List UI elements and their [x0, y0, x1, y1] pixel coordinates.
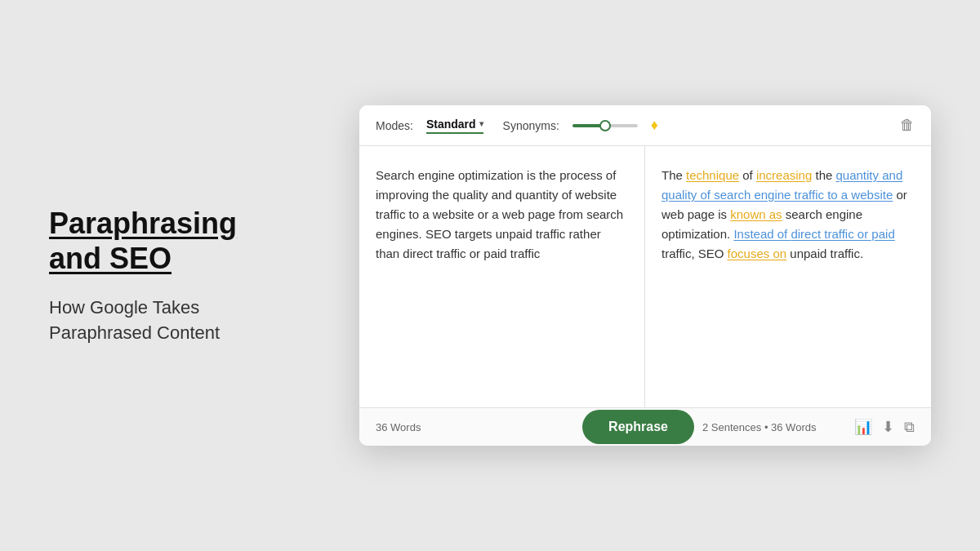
chevron-down-icon[interactable]: ▾ [479, 119, 483, 128]
right-part6: traffic, SEO [662, 247, 728, 260]
main-title: Paraphrasing and SEO [49, 206, 294, 276]
content-area: Search engine optimization is the proces… [359, 146, 931, 407]
left-panel: Paraphrasing and SEO How Google Takes Pa… [49, 206, 294, 346]
bottom-icons: 📊 ⬇ ⧉ [854, 418, 915, 436]
tool-window: Modes: Standard ▾ Synonyms: ♦ 🗑 Search e… [359, 105, 931, 446]
rephrase-button[interactable]: Rephrase [582, 410, 694, 444]
bottom-left: 36 Words Rephrase [376, 421, 645, 433]
diamond-icon: ♦ [651, 117, 658, 134]
right-part3: the [812, 168, 835, 182]
slider-thumb [599, 120, 611, 131]
right-part2: of [739, 168, 756, 182]
right-output-area: The technique of increasing the quantity… [645, 146, 931, 407]
bottom-bar: 36 Words Rephrase 2 Sentences • 36 Words… [359, 407, 931, 446]
sub-title: How Google Takes Paraphrased Content [49, 295, 294, 346]
modes-value: Standard ▾ [426, 118, 483, 134]
direct-traffic-phrase: direct traffic or paid [791, 227, 894, 241]
left-input-area[interactable]: Search engine optimization is the proces… [359, 146, 645, 407]
technique-word: technique [686, 168, 739, 182]
modes-text: Standard [426, 118, 476, 131]
original-text: Search engine optimization is the proces… [376, 168, 623, 260]
instead-of-phrase: Instead of [733, 227, 791, 241]
slider-track [572, 124, 638, 127]
page-container: Paraphrasing and SEO How Google Takes Pa… [0, 0, 980, 551]
download-icon[interactable]: ⬇ [882, 418, 894, 436]
trash-icon[interactable]: 🗑 [900, 117, 915, 134]
toolbar: Modes: Standard ▾ Synonyms: ♦ 🗑 [359, 105, 931, 146]
modes-label: Modes: [376, 119, 413, 132]
synonyms-label: Synonyms: [503, 119, 559, 132]
word-count-left: 36 Words [376, 421, 510, 433]
copy-icon[interactable]: ⧉ [904, 419, 915, 436]
synonyms-slider[interactable] [572, 124, 638, 127]
word-count-right: 2 Sentences • 36 Words [702, 421, 816, 433]
right-part1: The [662, 168, 686, 182]
focuses-on-phrase: focuses on [728, 247, 787, 260]
known-as-phrase: known as [730, 207, 782, 221]
increasing-word: increasing [756, 168, 812, 182]
bar-chart-icon[interactable]: 📊 [854, 418, 872, 436]
right-part7: unpaid traffic. [786, 247, 863, 260]
